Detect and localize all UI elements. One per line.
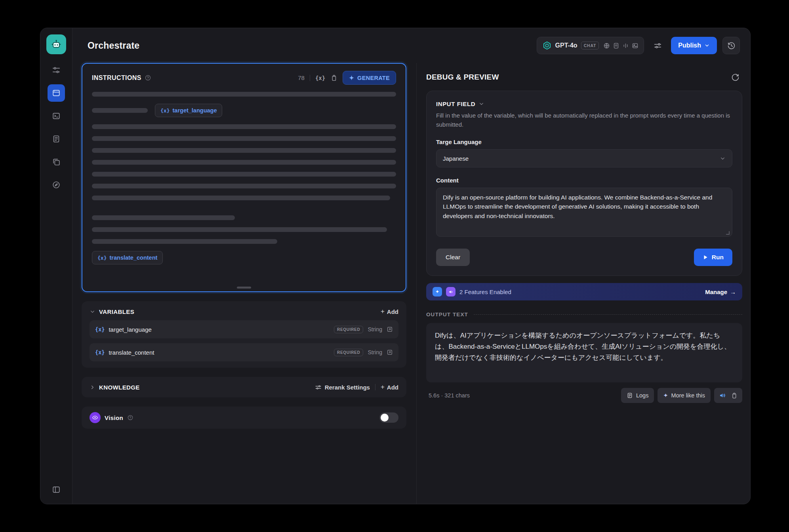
edit-variable-icon[interactable] xyxy=(387,326,393,332)
sparkle-icon: ✦ xyxy=(663,392,668,399)
variable-chip-translate-content[interactable]: {x} translate_content xyxy=(92,251,163,264)
orchestrate-pane: INSTRUCTIONS 78 {x} xyxy=(72,63,417,504)
panel-left-icon xyxy=(52,485,61,494)
variable-row[interactable]: {x} translate_content REQUIRED String xyxy=(90,343,398,361)
add-variable-button[interactable]: + Add xyxy=(381,308,398,315)
variable-type: String xyxy=(368,349,382,355)
run-button[interactable]: Run xyxy=(694,249,732,266)
sidebar-item-annotation[interactable] xyxy=(48,153,65,171)
variable-type: String xyxy=(368,326,382,332)
skeleton-line xyxy=(92,215,235,220)
more-like-this-feature-icon: ✦ xyxy=(433,287,442,296)
publish-button[interactable]: Publish xyxy=(671,37,717,54)
insert-variable-icon[interactable]: {x} xyxy=(315,75,325,81)
more-like-this-label: More like this xyxy=(671,392,705,399)
capability-globe-icon xyxy=(603,42,610,49)
manage-features-button[interactable]: Manage → xyxy=(705,289,736,295)
skeleton-line xyxy=(92,160,396,165)
select-value: Japanese xyxy=(443,155,469,162)
plus-icon: + xyxy=(381,383,385,391)
divider xyxy=(310,75,310,81)
sidebar-item-orchestrate[interactable] xyxy=(48,84,65,102)
logs-label: Logs xyxy=(636,392,648,399)
resize-corner-icon[interactable] xyxy=(726,231,730,235)
target-language-select[interactable]: Japanese xyxy=(436,149,732,167)
chip-label: target_language xyxy=(172,107,217,114)
content-label: Content xyxy=(436,177,732,184)
help-icon[interactable] xyxy=(145,74,151,81)
collapse-sidebar-button[interactable] xyxy=(48,481,65,498)
input-field-description: Fill in the value of the variable, which… xyxy=(436,111,732,129)
sidebar-item-terminal[interactable] xyxy=(48,107,65,125)
input-field-card: INPUT FIELD Fill in the value of the var… xyxy=(426,91,742,276)
edit-variable-icon[interactable] xyxy=(387,349,393,355)
skeleton-line xyxy=(92,227,387,232)
variable-row[interactable]: {x} target_language REQUIRED String xyxy=(90,320,398,338)
input-field-header[interactable]: INPUT FIELD xyxy=(436,101,732,107)
variable-name: target_language xyxy=(109,326,151,333)
chevron-down-icon xyxy=(704,43,710,48)
sidebar-item-settings[interactable] xyxy=(48,61,65,79)
add-knowledge-button[interactable]: + Add xyxy=(381,383,398,391)
divider xyxy=(375,384,375,390)
rerank-settings-button[interactable]: Rerank Settings xyxy=(315,384,370,391)
add-label: Add xyxy=(387,308,398,315)
instructions-title: INSTRUCTIONS xyxy=(92,74,141,82)
variable-icon: {x} xyxy=(95,349,105,355)
instructions-panel: INSTRUCTIONS 78 {x} xyxy=(82,63,406,292)
required-badge: REQUIRED xyxy=(334,349,363,356)
copy-output-icon[interactable] xyxy=(731,392,738,399)
more-like-this-button[interactable]: ✦ More like this xyxy=(658,388,711,403)
chevron-down-icon[interactable] xyxy=(90,309,95,315)
skeleton-line xyxy=(92,136,396,141)
skeleton-line xyxy=(92,148,396,153)
target-language-label: Targe Language xyxy=(436,139,732,145)
vision-toggle[interactable] xyxy=(379,412,398,423)
variable-icon: {x} xyxy=(97,255,107,261)
vision-title: Vision xyxy=(105,414,123,421)
publish-label: Publish xyxy=(678,42,701,49)
content-textarea[interactable]: Dify is an open-source platform for buil… xyxy=(436,188,732,237)
generate-button[interactable]: ✦ GENERATE xyxy=(343,71,396,85)
required-badge: REQUIRED xyxy=(334,326,363,333)
speaker-icon[interactable] xyxy=(719,392,726,399)
chevron-right-icon[interactable] xyxy=(90,384,95,390)
restart-debug-button[interactable] xyxy=(728,70,742,84)
sidebar-item-logs[interactable] xyxy=(48,130,65,148)
variable-icon: {x} xyxy=(95,326,105,332)
capability-image-icon xyxy=(632,42,638,49)
capability-doc-icon xyxy=(613,42,619,49)
sidebar-item-monitoring[interactable] xyxy=(48,176,65,194)
sparkle-icon: ✦ xyxy=(349,74,354,82)
variable-chip-target-language[interactable]: {x} target_language xyxy=(155,104,222,117)
refresh-icon xyxy=(731,73,739,82)
skeleton-line xyxy=(92,172,396,177)
skeleton-line xyxy=(92,108,148,113)
output-footer: 5.6s · 321 chars Logs ✦ More like this xyxy=(426,388,742,403)
rerank-label: Rerank Settings xyxy=(325,384,370,391)
skeleton-line xyxy=(92,239,277,244)
model-selector[interactable]: GPT-4o CHAT xyxy=(537,37,644,54)
history-button[interactable] xyxy=(722,37,740,54)
run-label: Run xyxy=(712,254,724,261)
output-text-title: OUTPUT TEXT xyxy=(426,312,468,317)
text-to-speech-feature-icon xyxy=(446,287,455,296)
logs-button[interactable]: Logs xyxy=(621,388,654,403)
annotation-copy-icon xyxy=(52,158,61,166)
instructions-char-count: 78 xyxy=(298,74,305,81)
plus-icon: + xyxy=(381,308,385,315)
sidebar xyxy=(40,28,72,504)
arrow-right-icon: → xyxy=(730,289,736,295)
generate-label: GENERATE xyxy=(357,75,390,81)
debug-preview-pane: DEBUG & PREVIEW INPUT FIELD xyxy=(417,63,750,504)
model-capability-icons xyxy=(603,42,638,49)
model-tune-button[interactable] xyxy=(650,38,665,53)
app-window: Orchestrate GPT-4o CHAT xyxy=(40,28,751,504)
app-logo-robot-icon[interactable] xyxy=(46,34,66,54)
help-icon[interactable] xyxy=(127,414,133,421)
resize-handle[interactable] xyxy=(237,287,251,289)
top-bar: Orchestrate GPT-4o CHAT xyxy=(72,28,750,63)
clear-button[interactable]: Clear xyxy=(436,249,470,266)
knowledge-title: KNOWLEDGE xyxy=(99,384,140,391)
copy-prompt-icon[interactable] xyxy=(330,74,337,82)
